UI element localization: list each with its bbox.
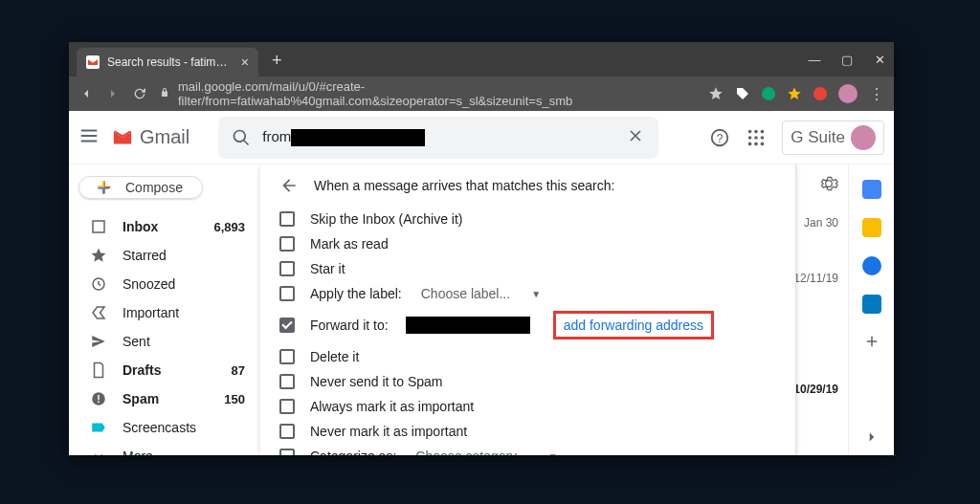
ext-dot-red[interactable] — [813, 87, 827, 100]
add-addon-icon[interactable] — [863, 333, 880, 350]
chrome-menu-icon[interactable]: ⋮ — [869, 85, 884, 103]
nav-count: 150 — [224, 392, 245, 406]
sidebar-item-starred[interactable]: Starred — [75, 241, 255, 270]
filter-option-1[interactable]: Mark as read — [260, 231, 795, 256]
profile-avatar[interactable] — [838, 84, 858, 103]
close-window-button[interactable]: ✕ — [871, 53, 888, 67]
sidebar-item-spam[interactable]: !Spam150 — [75, 384, 255, 413]
svg-point-9 — [754, 142, 758, 145]
sidebar-item-important[interactable]: Important — [75, 298, 255, 327]
gear-icon[interactable] — [819, 174, 838, 193]
message-date — [793, 319, 838, 348]
svg-point-6 — [754, 136, 758, 140]
filter-option-8[interactable]: Never mark it as important — [260, 419, 795, 444]
filter-option-4[interactable]: Forward it to:add forwarding address — [260, 306, 795, 344]
svg-text:!: ! — [97, 393, 100, 405]
filter-option-6[interactable]: Never send it to Spam — [260, 369, 795, 394]
ext-star-yellow-icon[interactable] — [787, 86, 802, 101]
browser-titlebar: Search results - fatima@addictiv × + — ▢… — [69, 42, 894, 77]
search-text: from — [262, 128, 425, 146]
nav-label: Inbox — [122, 219, 158, 234]
checkbox[interactable] — [279, 211, 295, 227]
filter-option-0[interactable]: Skip the Inbox (Archive it) — [260, 207, 795, 231]
svg-point-5 — [748, 136, 752, 140]
filter-option-label: Apply the label: — [310, 286, 402, 301]
expand-panel-icon[interactable] — [863, 428, 880, 446]
gmail-favicon-icon — [86, 55, 100, 69]
minimize-button[interactable]: — — [806, 53, 823, 67]
nav-icon — [90, 275, 107, 293]
checkbox[interactable] — [279, 424, 295, 439]
nav-icon — [90, 247, 107, 264]
filter-select[interactable]: Choose category... — [415, 449, 526, 455]
sidebar-item-snoozed[interactable]: Snoozed — [75, 270, 255, 298]
calendar-addon-icon[interactable] — [862, 180, 881, 199]
checkbox[interactable] — [279, 318, 295, 333]
back-arrow-icon[interactable] — [279, 176, 299, 195]
help-icon[interactable]: ? — [709, 127, 730, 148]
checkbox[interactable] — [279, 236, 295, 252]
main-menu-icon[interactable] — [78, 125, 100, 150]
svg-text:?: ? — [717, 131, 724, 144]
filter-option-label: Star it — [310, 261, 345, 276]
trello-addon-icon[interactable] — [862, 295, 881, 314]
filter-header: When a message arrives that matches this… — [260, 164, 795, 207]
browser-window: Search results - fatima@addictiv × + — ▢… — [69, 42, 894, 455]
checkbox[interactable] — [279, 286, 295, 301]
maximize-button[interactable]: ▢ — [838, 53, 856, 67]
ext-tag-icon[interactable] — [735, 86, 750, 101]
filter-option-label: Never send it to Spam — [310, 374, 443, 389]
nav-label: More — [122, 449, 153, 455]
filter-option-label: Skip the Inbox (Archive it) — [310, 211, 463, 227]
nav-icon — [90, 419, 107, 436]
search-box[interactable]: from — [218, 117, 658, 159]
filter-select[interactable]: Choose label... — [421, 286, 510, 301]
tasks-addon-icon[interactable] — [862, 256, 881, 275]
back-button[interactable] — [78, 86, 94, 101]
reload-button[interactable] — [132, 86, 147, 101]
message-date: 10/29/19 — [793, 375, 838, 404]
compose-button[interactable]: Compose — [78, 176, 203, 199]
add-forwarding-link[interactable]: add forwarding address — [564, 318, 703, 333]
compose-plus-icon — [93, 177, 114, 198]
search-icon — [232, 128, 251, 147]
filter-option-3[interactable]: Apply the label: Choose label...▼ — [260, 281, 795, 306]
filter-option-7[interactable]: Always mark it as important — [260, 394, 795, 419]
filter-option-5[interactable]: Delete it — [260, 344, 795, 369]
nav-label: Screencasts — [122, 420, 196, 435]
gmail-logo[interactable]: Gmail — [109, 126, 189, 148]
ext-dot-green[interactable] — [762, 87, 775, 100]
clear-search-icon[interactable] — [626, 126, 645, 149]
sidebar-item-more[interactable]: More — [75, 442, 255, 455]
checkbox[interactable] — [279, 399, 295, 414]
tab-close-icon[interactable]: × — [241, 55, 249, 70]
add-forwarding-highlight: add forwarding address — [553, 311, 714, 340]
sidebar-item-drafts[interactable]: Drafts87 — [75, 356, 255, 384]
filter-option-9[interactable]: Categorize as: Choose category...▼ — [260, 444, 795, 455]
gmail-logo-icon — [109, 127, 136, 148]
filter-option-2[interactable]: Star it — [260, 256, 795, 281]
create-filter-panel: When a message arrives that matches this… — [260, 164, 796, 455]
checkbox[interactable] — [279, 374, 295, 389]
bookmark-star-icon[interactable] — [708, 86, 724, 101]
account-avatar[interactable] — [851, 125, 876, 150]
checkbox[interactable] — [279, 449, 295, 455]
sidebar-item-inbox[interactable]: Inbox6,893 — [75, 212, 255, 241]
apps-grid-icon[interactable] — [746, 127, 767, 148]
browser-tab[interactable]: Search results - fatima@addictiv × — [77, 48, 258, 77]
nav-icon — [90, 448, 107, 455]
new-tab-button[interactable]: + — [272, 51, 282, 71]
filter-option-label: Delete it — [310, 349, 359, 364]
gmail-logo-text: Gmail — [140, 126, 189, 148]
gsuite-label: G Suite — [791, 128, 845, 147]
url-field[interactable]: mail.google.com/mail/u/0/#create-filter/… — [159, 79, 697, 108]
sidebar-item-sent[interactable]: Sent — [75, 327, 255, 356]
gsuite-badge[interactable]: G Suite — [782, 121, 884, 155]
sidebar-item-screencasts[interactable]: Screencasts — [75, 413, 255, 442]
forward-button[interactable] — [105, 86, 121, 101]
date-column: Jan 3012/11/1910/29/195/22/1911/29/1811/… — [793, 208, 838, 455]
checkbox[interactable] — [279, 261, 295, 276]
checkbox[interactable] — [279, 349, 295, 364]
keep-addon-icon[interactable] — [862, 218, 881, 237]
nav-icon — [90, 304, 107, 321]
